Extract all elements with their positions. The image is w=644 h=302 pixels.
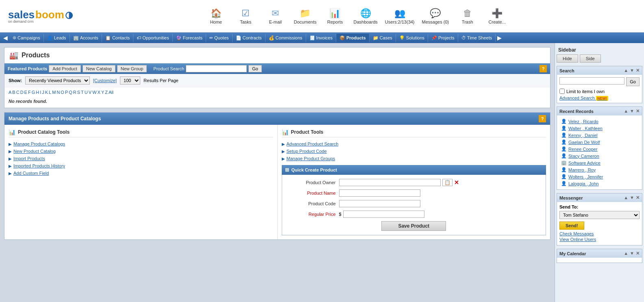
alpha-t[interactable]: T (81, 90, 84, 95)
sidebar-search-input[interactable] (559, 77, 624, 85)
record-velez-link[interactable]: Velez , Ricardo (568, 119, 598, 124)
calendar-close-icon[interactable]: ✕ (636, 251, 640, 256)
messenger-down-icon[interactable]: ▼ (630, 195, 634, 200)
results-per-page-select[interactable]: 100 50 25 (120, 76, 140, 85)
nav-campaigns[interactable]: ❊ Campaigns (9, 34, 44, 42)
nav-dashboards[interactable]: 🌐 Dashboards (353, 8, 377, 24)
alpha-b[interactable]: B (12, 90, 15, 95)
check-messages-link[interactable]: Check Messages (559, 231, 640, 236)
record-renee-link[interactable]: Renee Cooper (568, 147, 598, 152)
recent-records-close-icon[interactable]: ✕ (636, 109, 640, 114)
sidebar-hide-button[interactable]: Hide (557, 54, 578, 63)
nav-quotes[interactable]: ✏ Quotes (206, 34, 232, 42)
alpha-o[interactable]: O (61, 90, 64, 95)
nav-leads[interactable]: 👤 Leads (44, 34, 70, 42)
alpha-q[interactable]: Q (69, 90, 72, 95)
alpha-z[interactable]: Z (105, 90, 108, 95)
nav-documents[interactable]: 📁 Documents (294, 8, 317, 24)
search-widget-close-icon[interactable]: ✕ (636, 68, 640, 73)
advanced-search-link[interactable]: Advanced Search NEW! (559, 96, 640, 100)
nav-commissions[interactable]: 💰 Commissions (265, 34, 306, 42)
nav-home[interactable]: 🏠 Home (205, 8, 227, 24)
search-widget-up-icon[interactable]: ▲ (624, 68, 628, 73)
alpha-r[interactable]: R (73, 90, 76, 95)
alpha-u[interactable]: U (85, 90, 88, 95)
nav-contracts[interactable]: 📄 Contracts (233, 34, 265, 42)
messenger-close-icon[interactable]: ✕ (636, 195, 640, 200)
nav-opportunities[interactable]: 🏷 Opportunities (133, 34, 172, 42)
nav-users[interactable]: 👥 Users:2/13(34) (385, 8, 415, 24)
record-walter-link[interactable]: Walter , Kathleen (568, 126, 603, 131)
manage-help-button[interactable]: ? (539, 115, 546, 122)
recent-records-down-icon[interactable]: ▼ (630, 109, 634, 114)
save-product-button[interactable]: Save Product (381, 221, 446, 231)
alpha-l[interactable]: L (49, 90, 51, 95)
alpha-a[interactable]: A (9, 90, 11, 95)
product-search-input[interactable] (186, 65, 247, 72)
alpha-h[interactable]: H (36, 90, 39, 95)
alpha-m[interactable]: M (52, 90, 56, 95)
calendar-up-icon[interactable]: ▲ (624, 251, 628, 256)
new-group-button[interactable]: New Group (117, 65, 147, 72)
customize-link[interactable]: [Customize] (93, 78, 117, 83)
owner-select-button[interactable]: 📋 (442, 179, 453, 186)
record-gaelan-link[interactable]: Gaelan De Wolf (568, 140, 600, 145)
nav-messages[interactable]: 💬 Messages (0) (422, 8, 449, 24)
manage-product-groups-link[interactable]: Manage Product Groups (287, 156, 335, 161)
alpha-s[interactable]: S (77, 90, 80, 95)
import-products-link[interactable]: Import Products (13, 156, 45, 161)
record-software-link[interactable]: Software Advice (568, 161, 600, 165)
alpha-d[interactable]: D (20, 90, 24, 95)
new-catalog-button[interactable]: New Catalog (83, 65, 115, 72)
nav-email[interactable]: ✉ E-mail (264, 8, 287, 24)
nav-products[interactable]: 📦 Products (336, 34, 370, 42)
nav-cases[interactable]: 📁 Cases (370, 34, 396, 42)
add-product-button[interactable]: Add Product (49, 65, 81, 72)
nav-forecasts[interactable]: 🔮 Forecasts (173, 34, 206, 42)
alpha-n[interactable]: N (57, 90, 60, 95)
manage-catalogs-link[interactable]: Manage Product Catalogs (13, 141, 65, 146)
nav-solutions[interactable]: 💡 Solutions (396, 34, 428, 42)
add-custom-field-link[interactable]: Add Custom Field (13, 171, 49, 176)
nav-contacts[interactable]: 📋 Contacts (102, 34, 133, 42)
alpha-i[interactable]: I (40, 90, 41, 95)
product-name-input[interactable] (339, 189, 420, 197)
alpha-y[interactable]: Y (101, 90, 104, 95)
quick-create-expand-icon[interactable]: ⊞ (285, 167, 289, 173)
alpha-j[interactable]: J (42, 90, 44, 95)
record-wolters-link[interactable]: Wolters , Jennifer (568, 174, 603, 179)
imported-history-link[interactable]: Imported Products History (13, 163, 65, 168)
product-owner-input[interactable] (339, 179, 441, 186)
alpha-k[interactable]: K (45, 90, 48, 95)
alpha-all[interactable]: All (109, 90, 113, 95)
record-laloggia-link[interactable]: Laloggia , John (568, 181, 599, 186)
product-code-input[interactable] (339, 200, 420, 207)
nav-reports[interactable]: 📊 Reports (324, 8, 346, 24)
search-widget-down-icon[interactable]: ▼ (630, 68, 634, 73)
sidebar-side-button[interactable]: Side (580, 54, 601, 63)
alpha-x[interactable]: X (98, 90, 100, 95)
limit-checkbox[interactable] (559, 89, 565, 94)
messenger-recipient-select[interactable]: Tom Stefano (559, 211, 640, 219)
regular-price-input[interactable] (343, 211, 424, 218)
nav-create[interactable]: ➕ Create... (486, 8, 508, 24)
messenger-send-button[interactable]: Send! (559, 222, 584, 230)
alpha-v[interactable]: V (89, 90, 91, 95)
show-select[interactable]: Recently Viewed Products All Products My… (25, 76, 90, 85)
nav-right-arrow-icon[interactable]: ▶ (496, 35, 503, 41)
view-online-users-link[interactable]: View Online Users (559, 237, 640, 242)
setup-product-code-link[interactable]: Setup Product Code (287, 149, 327, 154)
nav-left-arrow-icon[interactable]: ◀ (2, 35, 9, 41)
nav-projects[interactable]: 📌 Projects (428, 34, 458, 42)
nav-accounts[interactable]: 🏢 Accounts (70, 34, 102, 42)
nav-trash[interactable]: 🗑 Trash (456, 8, 479, 24)
new-catalog-link[interactable]: New Product Catalog (13, 149, 56, 154)
calendar-down-icon[interactable]: ▼ (630, 251, 634, 256)
recent-records-up-icon[interactable]: ▲ (624, 109, 628, 114)
product-search-go-button[interactable]: Go (248, 65, 262, 72)
alpha-c[interactable]: C (16, 90, 20, 95)
messenger-up-icon[interactable]: ▲ (624, 195, 628, 200)
sidebar-search-go-button[interactable]: Go (626, 77, 640, 86)
nav-invoices[interactable]: 🧾 Invoices (306, 34, 336, 42)
alpha-e[interactable]: E (24, 90, 27, 95)
